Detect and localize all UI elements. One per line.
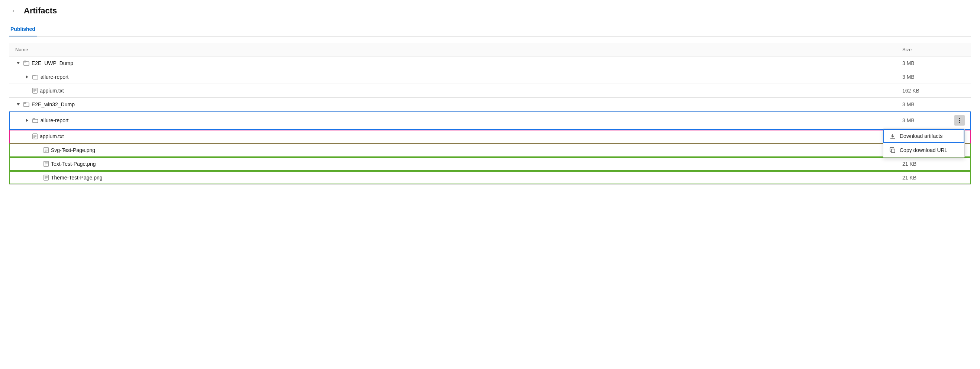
collapse-icon[interactable] bbox=[15, 60, 21, 66]
column-header-name: Name bbox=[15, 47, 902, 52]
item-size: 3 MB bbox=[902, 118, 947, 123]
item-size: 3 MB bbox=[902, 74, 947, 80]
svg-marker-9 bbox=[17, 103, 20, 105]
row-name: Svg-Test-Page.png bbox=[35, 147, 902, 153]
header: ← Artifacts bbox=[9, 6, 971, 16]
table-row: Text-Test-Page.png 21 KB bbox=[9, 157, 971, 171]
collapse-icon[interactable] bbox=[15, 102, 21, 107]
menu-item-label: Download artifacts bbox=[900, 133, 942, 139]
tab-published[interactable]: Published bbox=[9, 23, 37, 37]
item-size: 3 MB bbox=[902, 102, 947, 107]
copy-icon bbox=[889, 147, 896, 153]
artifact-icon bbox=[24, 102, 29, 107]
item-name: Text-Test-Page.png bbox=[51, 161, 96, 167]
svg-point-15 bbox=[959, 120, 960, 121]
item-name: E2E_win32_Dump bbox=[32, 102, 75, 107]
item-size: 162 KB bbox=[902, 88, 947, 94]
folder-icon bbox=[32, 74, 38, 80]
item-name: Svg-Test-Page.png bbox=[51, 147, 95, 153]
expand-icon[interactable] bbox=[24, 118, 30, 123]
file-icon bbox=[43, 175, 49, 181]
svg-point-14 bbox=[959, 118, 960, 119]
row-name: E2E_win32_Dump bbox=[15, 102, 902, 107]
item-name: allure-report bbox=[41, 118, 68, 123]
artifact-icon bbox=[24, 60, 29, 66]
context-menu: Download artifacts Copy download URL bbox=[883, 129, 965, 157]
artifacts-table: Name Size E2E_UWP_Dump 3 MB bbox=[9, 43, 971, 184]
item-size: 3 MB bbox=[902, 60, 947, 66]
file-icon bbox=[43, 161, 49, 167]
table-row: allure-report 3 MB bbox=[9, 70, 971, 84]
column-header-size: Size bbox=[902, 47, 947, 52]
file-icon bbox=[43, 147, 49, 153]
row-name: Text-Test-Page.png bbox=[35, 161, 902, 167]
svg-marker-0 bbox=[17, 62, 20, 64]
row-name: appium.txt bbox=[24, 88, 902, 94]
menu-item-label: Copy download URL bbox=[900, 147, 947, 153]
file-icon bbox=[32, 88, 38, 94]
item-name: allure-report bbox=[41, 74, 68, 80]
svg-rect-19 bbox=[891, 149, 895, 153]
table-row: Theme-Test-Page.png 21 KB bbox=[9, 171, 971, 184]
page-container: ← Artifacts Published Name Size E2E_UWP_… bbox=[0, 0, 980, 369]
row-name: allure-report bbox=[24, 74, 902, 80]
page-title: Artifacts bbox=[24, 6, 57, 16]
item-size: 21 KB bbox=[902, 175, 947, 181]
expand-icon[interactable] bbox=[24, 74, 30, 80]
download-icon bbox=[889, 133, 896, 139]
row-name: allure-report bbox=[24, 118, 902, 123]
row-actions[interactable]: Download artifacts Copy download URL bbox=[947, 115, 965, 126]
table-row: appium.txt 162 KB bbox=[9, 84, 971, 98]
row-name: appium.txt bbox=[24, 134, 902, 139]
table-row: allure-report 3 MB bbox=[9, 111, 971, 130]
more-button[interactable] bbox=[955, 115, 965, 126]
menu-item-download-artifacts[interactable]: Download artifacts bbox=[883, 129, 964, 143]
svg-marker-12 bbox=[26, 119, 28, 122]
svg-point-16 bbox=[959, 122, 960, 123]
column-header-actions bbox=[947, 47, 965, 52]
folder-icon bbox=[32, 118, 38, 123]
table-row: E2E_UWP_Dump 3 MB bbox=[9, 56, 971, 70]
item-size: 21 KB bbox=[902, 161, 947, 167]
item-name: E2E_UWP_Dump bbox=[32, 60, 73, 66]
svg-marker-3 bbox=[26, 75, 28, 78]
table-row: appium.txt 139 KB bbox=[9, 130, 971, 143]
row-name: Theme-Test-Page.png bbox=[35, 175, 902, 181]
svg-rect-13 bbox=[33, 119, 38, 122]
row-name: E2E_UWP_Dump bbox=[15, 60, 902, 66]
table-header: Name Size bbox=[9, 43, 971, 56]
svg-rect-4 bbox=[33, 76, 38, 79]
back-button[interactable]: ← bbox=[9, 6, 20, 16]
menu-item-copy-download-url[interactable]: Copy download URL bbox=[883, 143, 964, 157]
file-icon bbox=[32, 134, 38, 139]
item-name: appium.txt bbox=[40, 134, 64, 139]
table-row: Svg-Test-Page.png 36 KB bbox=[9, 143, 971, 157]
table-row: E2E_win32_Dump 3 MB bbox=[9, 98, 971, 111]
item-name: appium.txt bbox=[40, 88, 64, 94]
item-name: Theme-Test-Page.png bbox=[51, 175, 103, 181]
tabs-bar: Published bbox=[9, 23, 971, 37]
